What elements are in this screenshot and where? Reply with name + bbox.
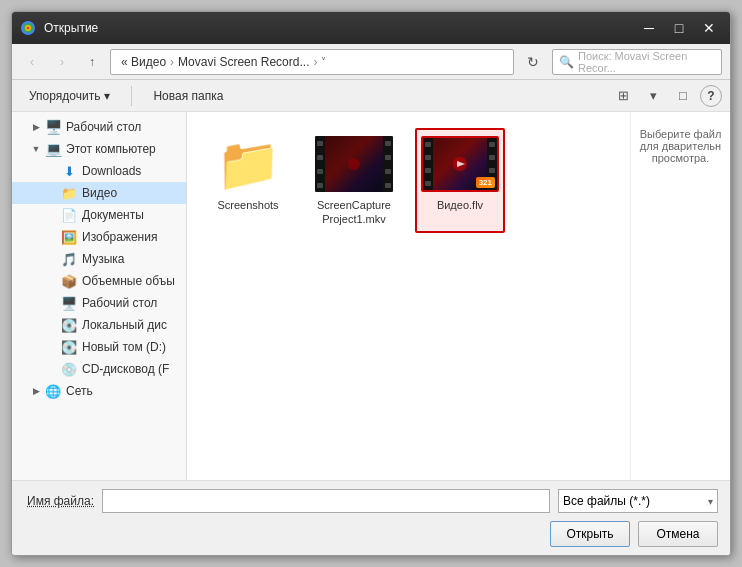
toggle-music (44, 251, 60, 267)
search-box[interactable]: 🔍 Поиск: Movavi Screen Recor... (552, 49, 722, 75)
dialog: Открытие ─ □ ✕ ‹ › ↑ « Видео › Movavi Sc… (11, 11, 731, 556)
sidebar-item-local-disk[interactable]: 💽 Локальный диc (12, 314, 186, 336)
filename-label: Имя файла: (24, 494, 94, 508)
film-hole (489, 142, 495, 147)
film-hole (489, 168, 495, 173)
maximize-button[interactable]: □ (666, 18, 692, 38)
address-dropdown-arrow[interactable]: ˅ (317, 54, 330, 69)
file-item-screencapture[interactable]: ScreenCaptureProject1.mkv (309, 128, 399, 233)
sidebar-item-this-pc[interactable]: ▼ 💻 Этот компьютер (12, 138, 186, 160)
new-folder-button[interactable]: Новая папка (144, 86, 232, 106)
film-strip-left (315, 136, 325, 192)
up-button[interactable]: ↑ (80, 50, 104, 74)
organize-label: Упорядочить (29, 89, 100, 103)
flv-badge: 321 (476, 177, 495, 188)
dialog-title: Открытие (44, 21, 636, 35)
file-area: 📁 Screenshots (187, 112, 730, 480)
sidebar-item-network[interactable]: ▶ 🌐 Сеть (12, 380, 186, 402)
view-arrow: ▾ (650, 88, 657, 103)
video-flv-thumb: 321 (421, 136, 499, 192)
view-arrow-button[interactable]: ▾ (640, 84, 666, 108)
file-label-video-flv: Видео.flv (437, 198, 483, 212)
toggle-cd-drive (44, 361, 60, 377)
open-button[interactable]: Открыть (550, 521, 630, 547)
search-icon: 🔍 (559, 55, 574, 69)
window-controls: ─ □ ✕ (636, 18, 722, 38)
film-hole (317, 155, 323, 160)
sidebar-item-music[interactable]: 🎵 Музыка (12, 248, 186, 270)
minimize-button[interactable]: ─ (636, 18, 662, 38)
preview-panel: Выберите файл для дварительн просмотра. (630, 112, 730, 480)
film-hole (317, 183, 323, 188)
cancel-button[interactable]: Отмена (638, 521, 718, 547)
music-icon: 🎵 (60, 251, 78, 267)
film-hole (385, 169, 391, 174)
video-icon: 📁 (60, 185, 78, 201)
bottom-bar: Имя файла: Все файлы (*.*) ▾ Открыть Отм… (12, 480, 730, 555)
sidebar-label-cd-drive: CD-дисковод (F (82, 362, 182, 376)
sidebar-label-desktop-sub: Рабочий стол (82, 296, 182, 310)
file-grid: 📁 Screenshots (187, 112, 630, 480)
file-item-video-flv[interactable]: 321 Видео.flv (415, 128, 505, 233)
screencapture-icon-area (314, 134, 394, 194)
toggle-video (44, 185, 60, 201)
this-pc-icon: 💻 (44, 141, 62, 157)
forward-button[interactable]: › (50, 50, 74, 74)
desktop-top-icon: 🖥️ (44, 119, 62, 135)
filetype-select[interactable]: Все файлы (*.*) ▾ (558, 489, 718, 513)
sidebar-item-desktop-sub[interactable]: 🖥️ Рабочий стол (12, 292, 186, 314)
sidebar-label-local-disk: Локальный диc (82, 318, 182, 332)
toggle-desktop-top: ▶ (28, 119, 44, 135)
sidebar: ▶ 🖥️ Рабочий стол ▼ 💻 Этот компьютер ⬇ D… (12, 112, 187, 480)
sidebar-label-downloads: Downloads (82, 164, 182, 178)
file-label-screencapture: ScreenCaptureProject1.mkv (315, 198, 393, 227)
sidebar-item-new-volume[interactable]: 💽 Новый том (D:) (12, 336, 186, 358)
close-button[interactable]: ✕ (696, 18, 722, 38)
back-button[interactable]: ‹ (20, 50, 44, 74)
sidebar-label-images: Изображения (82, 230, 182, 244)
filename-input[interactable] (102, 489, 550, 513)
video-flv-icon-area: 321 (420, 134, 500, 194)
sidebar-label-network: Сеть (66, 384, 182, 398)
help-icon: ? (707, 89, 714, 103)
breadcrumb-movavi[interactable]: Movavi Screen Record... (174, 54, 313, 70)
toggle-images (44, 229, 60, 245)
sidebar-label-objects: Объемные объы (82, 274, 182, 288)
preview-text: Выберите файл для дварительн просмотра. (639, 128, 722, 164)
new-volume-icon: 💽 (60, 339, 78, 355)
view-toggle-button[interactable]: ⊞ (610, 84, 636, 108)
expand-button[interactable]: □ (670, 84, 696, 108)
main-content: ▶ 🖥️ Рабочий стол ▼ 💻 Этот компьютер ⬇ D… (12, 112, 730, 480)
help-button[interactable]: ? (700, 85, 722, 107)
organize-button[interactable]: Упорядочить ▾ (20, 86, 119, 106)
sidebar-item-desktop-top[interactable]: ▶ 🖥️ Рабочий стол (12, 116, 186, 138)
film-hole (425, 168, 431, 173)
toggle-network: ▶ (28, 383, 44, 399)
filetype-label: Все файлы (*.*) (563, 494, 650, 508)
breadcrumb-video[interactable]: « Видео (117, 54, 170, 70)
new-folder-label: Новая папка (153, 89, 223, 103)
sidebar-item-images[interactable]: 🖼️ Изображения (12, 226, 186, 248)
refresh-button[interactable]: ↻ (520, 49, 546, 75)
file-item-screenshots[interactable]: 📁 Screenshots (203, 128, 293, 233)
sidebar-item-cd-drive[interactable]: 💿 CD-дисковод (F (12, 358, 186, 380)
toggle-local-disk (44, 317, 60, 333)
network-icon: 🌐 (44, 383, 62, 399)
screencapture-thumb (315, 136, 393, 192)
sidebar-label-desktop-top: Рабочий стол (66, 120, 182, 134)
sidebar-item-video[interactable]: 📁 Видео (12, 182, 186, 204)
sidebar-item-objects[interactable]: 📦 Объемные объы (12, 270, 186, 292)
objects-icon: 📦 (60, 273, 78, 289)
sidebar-item-downloads[interactable]: ⬇ Downloads (12, 160, 186, 182)
toolbar: Упорядочить ▾ Новая папка ⊞ ▾ □ ? (12, 80, 730, 112)
toggle-downloads (44, 163, 60, 179)
thumb-inner-flv: 321 (423, 138, 497, 190)
sidebar-label-video: Видео (82, 186, 182, 200)
toolbar-right: ⊞ ▾ □ ? (610, 84, 722, 108)
film-hole (489, 155, 495, 160)
sidebar-item-documents[interactable]: 📄 Документы (12, 204, 186, 226)
address-path[interactable]: « Видео › Movavi Screen Record... › ˅ (110, 49, 514, 75)
downloads-icon: ⬇ (60, 163, 78, 179)
svg-point-3 (27, 27, 30, 30)
film-hole (385, 155, 391, 160)
